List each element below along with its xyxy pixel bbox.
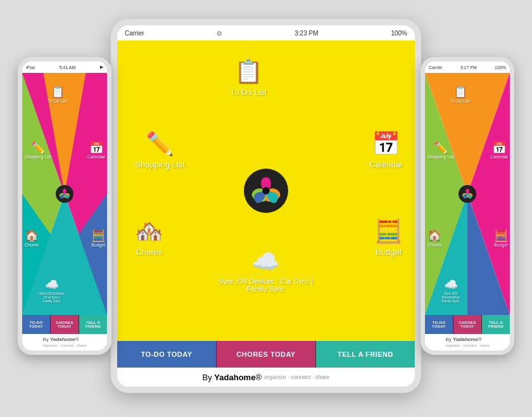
- phone-right-friend-btn[interactable]: TELL AFRIEND: [482, 315, 510, 334]
- phone-right-shopping-icon[interactable]: ✏️ Shopping List: [428, 141, 454, 159]
- tablet-chores-icon[interactable]: 🏘️ Chores: [135, 218, 163, 257]
- tablet-brand: By Yadahome® organize · connect · share: [117, 368, 415, 387]
- tablet-budget-icon[interactable]: 🧮 Budget: [374, 218, 403, 257]
- phone-left-status: iPod 5:41 AM ▶: [22, 61, 107, 73]
- phone-right-calendar-icon[interactable]: 📅 Calendar: [490, 141, 508, 159]
- phone-left-chores-icon[interactable]: 🏠 Chores: [25, 229, 39, 247]
- phone-right-budget-icon[interactable]: 🧮 Budget: [494, 229, 508, 247]
- tablet-friend-btn[interactable]: TELL A FRIEND: [316, 341, 415, 368]
- tablet-shopping-icon[interactable]: ✏️ Shopping List: [135, 131, 185, 169]
- phone-right: Carrier 3:17 PM 100% 📋 To Do List ✏️ Sho…: [421, 57, 514, 355]
- phone-right-carrier: Carrier: [429, 65, 442, 70]
- phone-left-todo-btn[interactable]: TO-DOTODAY: [22, 315, 51, 334]
- tablet-calendar-icon[interactable]: 📅 Calendar: [369, 131, 403, 169]
- phone-left-todo-icon[interactable]: 📋 To Do List: [48, 85, 67, 103]
- tablet-sync-icon[interactable]: ☁️ Sync iOS Devices | iCal Sync |Family …: [218, 248, 313, 293]
- phone-right-sync-icon[interactable]: ☁️ Sync iOSDevices|iCalFamily Sync: [442, 278, 460, 303]
- phone-left-logo: [56, 185, 73, 203]
- tablet-bottom-bar: TO-DO TODAY CHORES TODAY TELL A FRIEND: [117, 341, 415, 368]
- svg-point-0: [262, 187, 270, 195]
- phone-left-bottom-bar: TO-DOTODAY CHORESTODAY TELL AFRIEND: [22, 315, 107, 334]
- tablet-home-button-top: ⊙: [217, 30, 222, 37]
- tablet-chores-btn[interactable]: CHORES TODAY: [217, 341, 316, 368]
- phone-left-time: 5:41 AM: [60, 65, 76, 70]
- phone-right-time: 3:17 PM: [460, 65, 477, 70]
- phone-right-app: 📋 To Do List ✏️ Shopping List 📅 Calendar…: [425, 73, 510, 315]
- phone-left-app: 📋 To Do List ✏️ Shopping List 📅 Calendar…: [22, 73, 107, 315]
- tablet-todo-icon[interactable]: 📋 To Do List: [231, 58, 267, 97]
- phone-left-shopping-icon[interactable]: ✏️ Shopping List: [25, 141, 51, 159]
- phone-right-battery: 100%: [495, 65, 506, 70]
- phone-left-budget-icon[interactable]: 🧮 Budget: [91, 229, 105, 247]
- scene: iPod 5:41 AM ▶ 📋 To Do List ✏️: [0, 0, 532, 417]
- phone-left-friend-btn[interactable]: TELL AFRIEND: [79, 315, 107, 334]
- phone-right-status: Carrier 3:17 PM 100%: [425, 61, 510, 73]
- phone-right-chores-icon[interactable]: 🏠 Chores: [428, 229, 442, 247]
- phone-left: iPod 5:41 AM ▶ 📋 To Do List ✏️: [18, 57, 111, 355]
- tablet-todo-btn[interactable]: TO-DO TODAY: [117, 341, 217, 368]
- tablet-battery: 100%: [391, 30, 407, 37]
- phone-left-chores-btn[interactable]: CHORESTODAY: [51, 315, 79, 334]
- phone-right-todo-btn[interactable]: TO-DOTODAY: [425, 315, 453, 334]
- tablet-app-grid: 📋 To Do List ✏️ Shopping List 📅 Calendar…: [117, 41, 415, 341]
- phone-right-logo: [459, 185, 476, 203]
- tablet-center-logo: [244, 169, 288, 213]
- phone-right-chores-btn[interactable]: CHORESTODAY: [453, 315, 482, 334]
- phone-right-bottom-bar: TO-DOTODAY CHORESTODAY TELL AFRIEND: [425, 315, 510, 334]
- tablet-time: 3:23 PM: [294, 30, 318, 37]
- phone-left-calendar-icon[interactable]: 📅 Calendar: [87, 141, 105, 159]
- tablet: Carrier ⊙ 3:23 PM 100% 📋 To Do List: [111, 19, 421, 393]
- phone-left-brand: By Yadahome®organize · connect · share: [22, 334, 107, 350]
- phone-left-sync-icon[interactable]: ☁️ Sync iOS Devices| iCal Sync |Family S…: [39, 278, 65, 303]
- phone-left-battery: ▶: [100, 65, 103, 70]
- tablet-status-bar: Carrier ⊙ 3:23 PM 100%: [117, 25, 415, 41]
- tablet-carrier: Carrier: [125, 30, 144, 37]
- phone-left-device: iPod: [26, 65, 35, 70]
- phone-right-brand: By Yadahome®organize · connect · share: [425, 334, 510, 350]
- phone-right-todo-icon[interactable]: 📋 To Do List: [450, 85, 470, 103]
